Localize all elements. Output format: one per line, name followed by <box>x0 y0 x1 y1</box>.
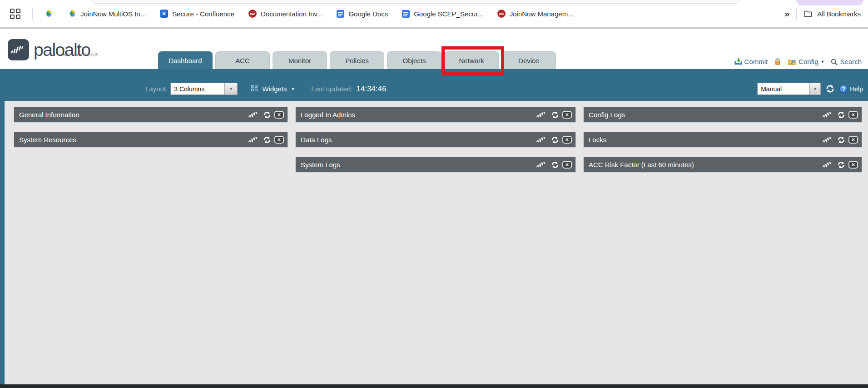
widget-close-button[interactable]: ✕ <box>848 136 858 144</box>
bookmark-documentation-inv[interactable]: w2 Documentation Inv... <box>248 10 322 18</box>
all-bookmarks-button[interactable]: All Bookmarks <box>804 9 861 18</box>
bookmark-google-scep[interactable]: Google SCEP_Secur... <box>402 10 483 18</box>
layout-select[interactable]: 3 Columns ▼ <box>170 83 238 95</box>
folder-icon <box>804 9 813 18</box>
paloalto-logo-subtext: NETWORKS® <box>63 53 99 57</box>
widget-refresh-button[interactable] <box>263 136 271 144</box>
bookmarks-overflow-chevron-icon[interactable]: » <box>784 9 789 19</box>
widget-config-logs[interactable]: Config Logs ✕ <box>583 107 862 123</box>
widget-title: System Logs <box>301 161 536 169</box>
help-button[interactable]: ? Help <box>839 85 863 93</box>
lock-icon[interactable] <box>774 58 782 65</box>
widget-title: Locks <box>589 136 822 144</box>
widget-refresh-button[interactable] <box>838 111 845 119</box>
widget-refresh-button[interactable] <box>838 136 845 144</box>
tab-network[interactable]: Network <box>444 51 499 69</box>
widget-refresh-button[interactable] <box>551 136 559 144</box>
bookmark-label: Google Docs <box>348 10 388 18</box>
last-updated-value: 14:34:46 <box>356 85 386 94</box>
google-docs-icon <box>402 10 410 18</box>
search-icon <box>830 58 838 65</box>
layout-select-value: 3 Columns <box>170 83 224 95</box>
widget-title: ACC Risk Factor (Last 60 minutes) <box>589 161 822 169</box>
widget-graph-icon[interactable] <box>822 161 834 169</box>
bookmark-secure-confluence[interactable]: ✕ Secure - Confluence <box>160 10 234 18</box>
widget-title: System Resources <box>19 136 248 144</box>
widget-close-button[interactable]: ✕ <box>562 161 572 169</box>
header-actions: Commit Config ▼ Search <box>734 58 862 65</box>
paloalto-logo-mark-icon <box>8 39 29 60</box>
tab-dashboard[interactable]: Dashboard <box>158 51 213 69</box>
widget-close-button[interactable]: ✕ <box>848 161 858 169</box>
widget-logged-in-admins[interactable]: Logged In Admins ✕ <box>295 107 576 123</box>
refresh-icon <box>838 161 845 169</box>
bookmark-label: JoinNow Managem... <box>510 10 574 18</box>
widget-title: Data Logs <box>301 136 536 144</box>
commit-button[interactable]: Commit <box>734 58 768 65</box>
refresh-mode-value: Manual <box>757 83 809 95</box>
widget-system-logs[interactable]: System Logs ✕ <box>295 157 576 173</box>
bookmark-joinnow-managem[interactable]: w2 JoinNow Managem... <box>497 10 574 18</box>
widget-graph-icon[interactable] <box>822 136 834 144</box>
widgets-menu-button[interactable]: Widgets ▼ <box>251 85 295 93</box>
widget-close-button[interactable]: ✕ <box>562 111 572 119</box>
main-tabs: Dashboard ACC Monitor Policies Objects N… <box>158 51 556 69</box>
refresh-dashboard-button[interactable] <box>826 85 834 93</box>
widget-graph-icon[interactable] <box>822 111 834 119</box>
refresh-icon <box>551 136 559 144</box>
widget-close-button[interactable]: ✕ <box>274 111 284 119</box>
refresh-icon <box>838 136 845 144</box>
tab-monitor[interactable]: Monitor <box>273 51 327 69</box>
widget-refresh-button[interactable] <box>263 111 271 119</box>
refresh-mode-dropdown-button[interactable]: ▼ <box>809 83 821 95</box>
search-label: Search <box>840 58 862 65</box>
tab-policies[interactable]: Policies <box>330 51 384 69</box>
chevron-down-icon: ▼ <box>291 87 295 91</box>
bookmarks-bar-right: » All Bookmarks <box>784 0 861 27</box>
tab-objects[interactable]: Objects <box>387 51 441 69</box>
toolbar-left-group: Layout: 3 Columns ▼ Widgets ▼ Last updat… <box>145 83 386 95</box>
layout-select-dropdown-button[interactable]: ▼ <box>224 83 238 95</box>
widget-column-2: Logged In Admins ✕ Data Logs ✕ System Lo… <box>295 107 576 173</box>
bookmark-label: Google SCEP_Secur... <box>414 10 483 18</box>
widget-graph-icon[interactable] <box>536 111 548 119</box>
bookmarks-separator <box>796 8 797 20</box>
bookmark-label: Documentation Inv... <box>261 10 322 18</box>
widget-locks[interactable]: Locks ✕ <box>583 132 862 148</box>
widget-refresh-button[interactable] <box>551 161 559 169</box>
refresh-icon <box>826 85 834 93</box>
widget-general-information[interactable]: General Information ✕ <box>14 107 288 123</box>
widget-graph-icon[interactable] <box>536 136 548 144</box>
refresh-icon <box>838 111 845 119</box>
browser-bookmarks-bar: JoinNow MultiOS In... ✕ Secure - Conflue… <box>0 0 868 27</box>
google-docs-icon <box>337 10 344 18</box>
widget-close-button[interactable]: ✕ <box>274 136 284 144</box>
widget-graph-icon[interactable] <box>248 111 260 119</box>
widgets-label: Widgets <box>262 85 287 93</box>
widget-system-resources[interactable]: System Resources ✕ <box>14 132 288 148</box>
widget-refresh-button[interactable] <box>838 161 845 169</box>
widget-data-logs[interactable]: Data Logs ✕ <box>295 132 576 148</box>
bookmark-joinnow-multios[interactable]: JoinNow MultiOS In... <box>68 10 146 18</box>
bookmark-google-docs[interactable]: Google Docs <box>337 10 388 18</box>
bookmark-label: Secure - Confluence <box>172 10 234 18</box>
tab-acc[interactable]: ACC <box>215 51 270 69</box>
chevron-down-icon: ▼ <box>229 86 233 91</box>
config-menu-button[interactable]: Config ▼ <box>788 58 824 65</box>
google-drive-icon[interactable] <box>45 10 53 18</box>
dashboard-content: General Information ✕ System Resources ✕… <box>0 101 868 384</box>
widget-refresh-button[interactable] <box>551 111 559 119</box>
apps-grid-icon[interactable] <box>10 9 21 20</box>
widget-title: Config Logs <box>589 111 822 119</box>
toolbar-right-group: Manual ▼ ? Help <box>754 83 863 95</box>
widget-acc-risk-factor[interactable]: ACC Risk Factor (Last 60 minutes) ✕ <box>583 157 862 173</box>
search-button[interactable]: Search <box>830 58 862 65</box>
tab-device[interactable]: Device <box>501 51 556 69</box>
widget-close-button[interactable]: ✕ <box>848 111 858 119</box>
widget-close-button[interactable]: ✕ <box>562 136 572 144</box>
refresh-mode-select[interactable]: Manual ▼ <box>757 83 821 95</box>
widgets-grid-icon <box>251 85 259 93</box>
widget-graph-icon[interactable] <box>248 136 260 144</box>
widget-graph-icon[interactable] <box>536 161 548 169</box>
config-folder-wrench-icon <box>788 58 796 65</box>
